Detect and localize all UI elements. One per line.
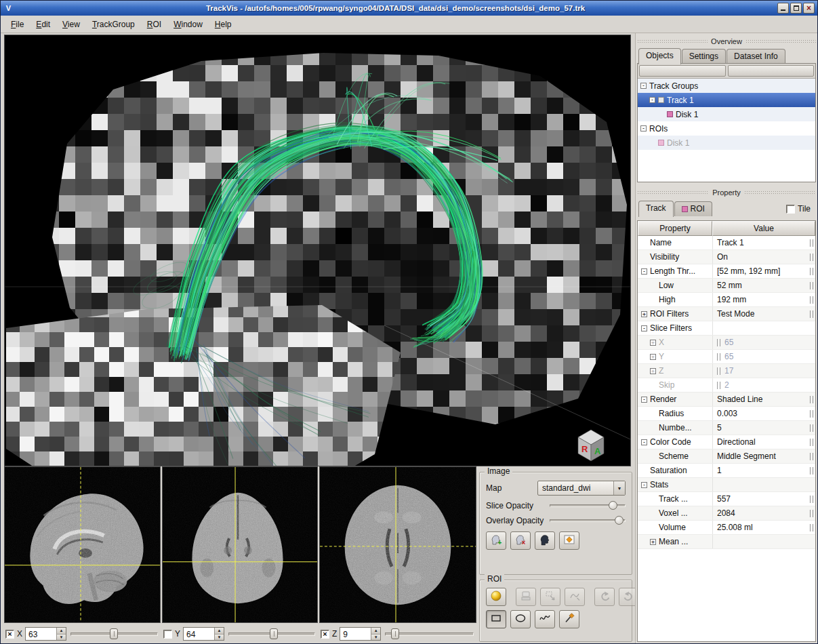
property-row-x[interactable]: +X65 [638, 336, 815, 350]
row-handle-icon[interactable] [810, 439, 813, 446]
slider-handle[interactable] [110, 628, 118, 639]
property-row-voxel[interactable]: Voxel ...2084 [638, 506, 815, 521]
row-handle-icon[interactable] [810, 268, 813, 275]
property-row-volume[interactable]: Volume25.008 ml [638, 521, 815, 535]
spin-up-icon[interactable] [215, 628, 224, 635]
z-slice-slider[interactable] [384, 627, 475, 641]
collapse-icon[interactable]: - [640, 83, 647, 89]
property-row-visibility[interactable]: VisibilityOn [638, 250, 815, 264]
undo-button[interactable] [594, 588, 615, 606]
row-handle-icon[interactable] [810, 524, 813, 531]
property-row-render[interactable]: -RenderShaded Line [638, 393, 815, 407]
slider-handle-icon[interactable] [717, 382, 720, 389]
menu-item-edit[interactable]: Edit [30, 17, 56, 32]
spin-down-icon[interactable] [371, 635, 380, 641]
z-axis-checkbox[interactable] [321, 630, 329, 639]
tree-item-disk-1[interactable]: Disk 1 [638, 136, 815, 150]
slider-handle-icon[interactable] [717, 339, 720, 346]
coronal-view[interactable] [162, 466, 318, 623]
property-row-high[interactable]: High192 mm [638, 293, 815, 307]
tree-header-button[interactable] [639, 65, 726, 77]
property-row-z[interactable]: +Z17 [638, 364, 815, 378]
row-handle-icon[interactable] [810, 296, 813, 304]
menu-item-view[interactable]: View [56, 17, 86, 32]
menu-item-window[interactable]: Window [167, 17, 209, 32]
row-handle-icon[interactable] [810, 396, 813, 403]
tree-item-track-groups[interactable]: -Track Groups [638, 79, 815, 93]
tree-header-button[interactable] [728, 65, 815, 77]
sagittal-view[interactable] [4, 466, 161, 623]
property-row-skip[interactable]: Skip2 [638, 378, 815, 393]
expand-icon[interactable]: + [650, 539, 656, 545]
tree-item-track-1[interactable]: -Track 1 [638, 93, 815, 107]
tree-item-rois[interactable]: -ROIs [638, 121, 815, 136]
slider-groove[interactable] [550, 519, 626, 522]
tile-checkbox[interactable] [786, 205, 795, 214]
spin-down-icon[interactable] [57, 635, 66, 641]
x-slice-slider[interactable] [69, 627, 159, 641]
row-handle-icon[interactable] [810, 467, 813, 475]
collapse-icon[interactable]: - [640, 125, 647, 132]
property-row-color-code[interactable]: -Color CodeDirectional [638, 435, 815, 449]
freehand-select-button[interactable] [565, 588, 585, 606]
minimize-button[interactable] [777, 3, 789, 14]
collapse-icon[interactable]: - [641, 482, 647, 488]
select-drag-button[interactable] [540, 588, 560, 606]
property-column-header[interactable]: Property [638, 221, 712, 236]
property-row-roi-filters[interactable]: +ROI FiltersTest Mode [638, 307, 815, 321]
collapse-icon[interactable]: - [649, 97, 655, 103]
row-handle-icon[interactable] [810, 254, 813, 261]
stamp-button[interactable] [516, 588, 536, 606]
collapse-icon[interactable]: - [641, 397, 647, 403]
y-slice-slider[interactable] [227, 627, 316, 641]
expand-icon[interactable]: + [650, 340, 656, 346]
row-handle-icon[interactable] [810, 282, 813, 289]
slider-handle[interactable] [391, 628, 399, 639]
property-row-numbe[interactable]: Numbe...5 [638, 421, 815, 435]
tab-objects[interactable]: Objects [638, 48, 681, 64]
tab-roi[interactable]: ROI [674, 201, 712, 216]
y-axis-checkbox[interactable] [163, 630, 172, 639]
property-row-track[interactable]: Track ...557 [638, 492, 815, 506]
axial-view[interactable] [319, 466, 476, 623]
row-handle-icon[interactable] [810, 410, 813, 418]
overlay-opacity-handle[interactable] [615, 516, 623, 525]
y-slice-spinbox[interactable]: 64 [183, 627, 224, 641]
property-row-radius[interactable]: Radius0.003 [638, 407, 815, 421]
spin-up-icon[interactable] [371, 628, 380, 635]
property-row-name[interactable]: NameTrack 1 [638, 236, 815, 250]
property-row-stats[interactable]: -Stats [638, 478, 815, 492]
tab-settings[interactable]: Settings [682, 49, 726, 64]
tree-item-disk-1[interactable]: Disk 1 [638, 107, 815, 121]
z-slice-spinbox[interactable]: 9 [340, 627, 381, 641]
close-button[interactable] [803, 3, 815, 14]
collapse-icon[interactable]: - [641, 325, 647, 331]
value-column-header[interactable]: Value [712, 221, 815, 236]
row-handle-icon[interactable] [810, 424, 813, 432]
spin-down-icon[interactable] [215, 635, 224, 641]
menu-item-trackgroup[interactable]: TrackGroup [86, 17, 141, 32]
x-axis-checkbox[interactable] [5, 630, 14, 639]
slice-opacity-slider[interactable] [550, 500, 626, 510]
expand-icon[interactable]: + [641, 311, 647, 317]
overlay-opacity-slider[interactable] [550, 515, 626, 525]
title-bar[interactable]: TrackVis - /autofs/homes/005/rpwang/syng… [1, 1, 817, 16]
expand-icon[interactable]: + [650, 354, 656, 360]
property-row-scheme[interactable]: SchemeMiddle Segment [638, 449, 815, 464]
viewport-3d[interactable]: R A [4, 35, 631, 466]
property-row-y[interactable]: +Y65 [638, 350, 815, 364]
property-row-saturation[interactable]: Saturation1 [638, 464, 815, 478]
property-row-length-thr[interactable]: -Length Thr...[52 mm, 192 mm] [638, 264, 815, 279]
row-handle-icon[interactable] [810, 510, 813, 517]
menu-item-help[interactable]: Help [209, 17, 238, 32]
menu-item-file[interactable]: File [5, 17, 30, 32]
tab-dataset-info[interactable]: Dataset Info [727, 49, 785, 64]
slider-handle-icon[interactable] [717, 367, 720, 375]
property-row-mean[interactable]: +Mean ... [638, 535, 815, 549]
slider-handle[interactable] [270, 628, 278, 639]
row-handle-icon[interactable] [810, 239, 813, 247]
property-row-low[interactable]: Low52 mm [638, 279, 815, 293]
slice-opacity-handle[interactable] [609, 501, 617, 510]
slider-handle-icon[interactable] [717, 353, 720, 361]
maximize-button[interactable] [790, 3, 802, 14]
